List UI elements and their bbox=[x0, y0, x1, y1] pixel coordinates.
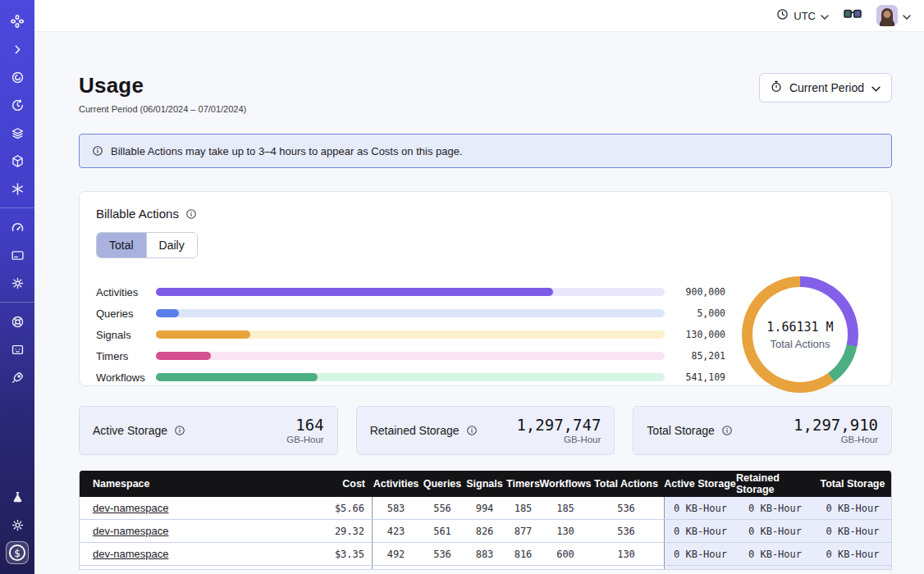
table-row-clipped bbox=[80, 566, 891, 570]
billable-actions-title: Billable Actions bbox=[96, 207, 179, 221]
info-icon[interactable] bbox=[466, 425, 478, 436]
usage-page: Usage Current Period (06/01/2024 – 07/01… bbox=[34, 32, 924, 574]
clock-icon bbox=[776, 8, 789, 23]
namespace-link[interactable]: dev-namespace bbox=[93, 502, 169, 514]
info-icon[interactable] bbox=[174, 425, 185, 436]
getting-started-rocket-icon[interactable] bbox=[7, 367, 28, 387]
settings-gear-icon[interactable] bbox=[7, 273, 28, 293]
topbar: UTC bbox=[34, 0, 924, 32]
total-daily-tabs: Total Daily bbox=[96, 232, 198, 258]
svg-text:$: $ bbox=[14, 548, 21, 559]
retained-storage-value: 1,297,747 bbox=[516, 417, 601, 434]
table-row: dev-namespace 29.32 423 561 826 877 130 … bbox=[80, 520, 891, 543]
app-window: $ UTC Usage Curre bbox=[0, 0, 924, 574]
donut-total-label: Total Actions bbox=[771, 338, 830, 350]
donut-total-value: 1.66131 M bbox=[766, 320, 833, 335]
period-dropdown-button[interactable]: Current Period bbox=[759, 73, 892, 102]
tab-total[interactable]: Total bbox=[97, 233, 146, 257]
namespace-link[interactable]: dev-namespace bbox=[93, 525, 169, 537]
info-icon[interactable] bbox=[721, 425, 733, 436]
billable-actions-card: Billable Actions Total Daily Activities … bbox=[79, 191, 892, 386]
info-banner: Billable Actions may take up to 3–4 hour… bbox=[79, 134, 892, 168]
total-storage-value: 1,297,910 bbox=[794, 417, 878, 434]
page-title: Usage bbox=[79, 73, 246, 98]
deployments-cube-icon[interactable] bbox=[7, 151, 28, 171]
console-monitor-icon[interactable] bbox=[7, 339, 28, 359]
tab-daily[interactable]: Daily bbox=[146, 233, 197, 257]
credits-dollar-icon[interactable]: $ bbox=[6, 541, 29, 564]
table-row: dev-namespace $5.66 583 556 994 185 185 … bbox=[80, 497, 891, 520]
page-subtitle: Current Period (06/01/2024 – 07/01/2024) bbox=[79, 104, 246, 114]
theme-toggle-sun-icon[interactable] bbox=[7, 515, 28, 535]
temporal-logo-icon[interactable] bbox=[7, 11, 28, 31]
bar-row-activities: Activities 900,000 bbox=[96, 288, 725, 296]
bar-row-queries: Queries 5,000 bbox=[96, 309, 725, 317]
schedules-icon[interactable] bbox=[7, 95, 28, 115]
support-lifebuoy-icon[interactable] bbox=[7, 312, 28, 331]
user-menu[interactable] bbox=[876, 5, 911, 26]
active-storage-card: Active Storage 164 GB-Hour bbox=[79, 406, 338, 455]
labs-flask-icon[interactable] bbox=[7, 487, 28, 507]
info-banner-text: Billable Actions may take up to 3–4 hour… bbox=[111, 145, 463, 157]
feedback-glasses-icon[interactable] bbox=[844, 8, 862, 23]
info-icon bbox=[92, 145, 103, 157]
usage-gauge-icon[interactable] bbox=[7, 217, 28, 237]
user-avatar bbox=[876, 5, 898, 26]
chevron-down-icon bbox=[903, 8, 911, 23]
retained-storage-card: Retained Storage 1,297,747 GB-Hour bbox=[356, 406, 615, 455]
chevron-down-icon bbox=[821, 10, 829, 22]
stopwatch-icon bbox=[771, 80, 782, 95]
billable-actions-bar-chart: Activities 900,000 Queries 5,000 Signals bbox=[96, 288, 725, 381]
chevron-down-icon bbox=[871, 81, 881, 94]
bar-row-workflows: Workflows 541,109 bbox=[96, 373, 725, 381]
namespaces-layers-icon[interactable] bbox=[7, 123, 28, 143]
active-storage-value: 164 bbox=[286, 417, 323, 434]
nexus-asterisk-icon[interactable] bbox=[7, 179, 28, 198]
total-storage-card: Total Storage 1,297,910 GB-Hour bbox=[633, 406, 892, 455]
billing-card-icon[interactable] bbox=[7, 245, 28, 265]
bar-row-timers: Timers 85,201 bbox=[96, 352, 725, 360]
storage-summary-row: Active Storage 164 GB-Hour Retained Stor… bbox=[79, 406, 892, 455]
namespace-usage-table: Namespace Cost Activities Queries Signal… bbox=[79, 471, 892, 570]
total-actions-donut-chart: 1.66131 M Total Actions bbox=[725, 276, 875, 393]
workflows-icon[interactable] bbox=[7, 67, 28, 87]
table-header-row: Namespace Cost Activities Queries Signal… bbox=[80, 471, 891, 497]
info-icon[interactable] bbox=[185, 208, 197, 220]
namespace-link[interactable]: dev-namespace bbox=[93, 548, 169, 560]
sidebar-nav: $ bbox=[0, 0, 34, 574]
timezone-label: UTC bbox=[794, 10, 816, 22]
table-row: dev-namespace $3.35 492 536 883 816 600 … bbox=[80, 543, 891, 566]
timezone-selector[interactable]: UTC bbox=[776, 8, 829, 23]
bar-row-signals: Signals 130,000 bbox=[96, 330, 725, 339]
expand-sidebar-chevron-icon[interactable] bbox=[7, 39, 28, 59]
